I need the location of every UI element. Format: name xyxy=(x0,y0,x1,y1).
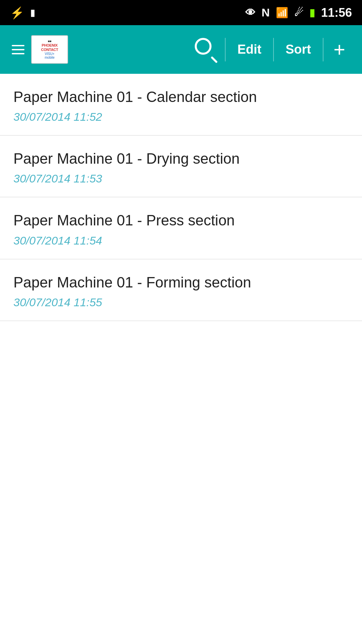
menu-line-1 xyxy=(12,45,24,46)
item-title: Paper Machine 01 - Forming section xyxy=(13,273,349,292)
item-title: Paper Machine 01 - Drying section xyxy=(13,149,349,168)
app-bar: ■■ PHOENIXCONTACT VISU+mobile Edit Sort … xyxy=(0,25,362,74)
item-date: 30/07/2014 11:54 xyxy=(13,234,349,247)
nfc-icon: N xyxy=(261,6,270,19)
logo-text-phoenix: ■■ PHOENIXCONTACT xyxy=(41,40,58,52)
usb-icon: ⚡ xyxy=(10,6,24,19)
add-button[interactable]: + xyxy=(323,40,355,60)
item-date: 30/07/2014 11:55 xyxy=(13,296,349,309)
logo-subtext: VISU+mobile xyxy=(45,52,54,59)
menu-button[interactable] xyxy=(7,40,29,59)
signal-icon: ☄ xyxy=(294,7,303,18)
eye-icon: 👁 xyxy=(245,7,255,18)
item-date: 30/07/2014 11:52 xyxy=(13,110,349,123)
status-time: 11:56 xyxy=(321,6,352,20)
list-item[interactable]: Paper Machine 01 - Drying section30/07/2… xyxy=(0,136,362,197)
list-item[interactable]: Paper Machine 01 - Calendar section30/07… xyxy=(0,74,362,136)
item-date: 30/07/2014 11:53 xyxy=(13,172,349,185)
status-bar-right: 👁 N 📶 ☄ ▮ 11:56 xyxy=(245,6,352,20)
menu-line-2 xyxy=(12,49,24,50)
list-container: Paper Machine 01 - Calendar section30/07… xyxy=(0,74,362,321)
list-item[interactable]: Paper Machine 01 - Press section30/07/20… xyxy=(0,197,362,259)
sort-button[interactable]: Sort xyxy=(274,37,323,62)
status-bar: ⚡ ▮ 👁 N 📶 ☄ ▮ 11:56 xyxy=(0,0,362,25)
battery-icon: ▮ xyxy=(309,7,315,18)
item-title: Paper Machine 01 - Calendar section xyxy=(13,87,349,106)
menu-line-3 xyxy=(12,53,24,54)
wifi-icon: 📶 xyxy=(276,7,288,18)
list-item[interactable]: Paper Machine 01 - Forming section30/07/… xyxy=(0,259,362,321)
file-icon: ▮ xyxy=(30,7,35,18)
search-button[interactable] xyxy=(188,33,225,66)
edit-button[interactable]: Edit xyxy=(226,37,273,62)
status-bar-left: ⚡ ▮ xyxy=(10,6,35,19)
app-logo: ■■ PHOENIXCONTACT VISU+mobile xyxy=(31,35,68,64)
item-title: Paper Machine 01 - Press section xyxy=(13,211,349,230)
search-icon xyxy=(195,38,218,61)
